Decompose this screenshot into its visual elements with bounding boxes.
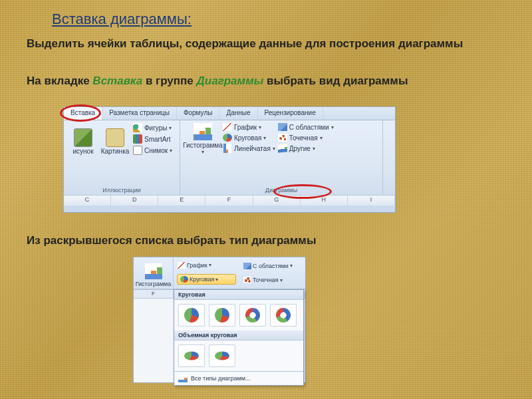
clipart-icon: [106, 128, 124, 147]
pie-option-3[interactable]: [239, 304, 266, 327]
smartart-button[interactable]: SmartArt: [133, 134, 172, 144]
tab-pagelayout[interactable]: Разметка страницы: [102, 107, 177, 120]
column-chart-button[interactable]: Гистограмма: [134, 257, 174, 289]
chevron-down-icon: ▾: [209, 262, 211, 268]
pie-exploded-icon: [215, 308, 229, 323]
pie-option-1[interactable]: [178, 304, 205, 327]
label: SmartArt: [144, 136, 170, 143]
chevron-down-icon: ▾: [320, 135, 323, 141]
group-label: Диаграммы: [186, 186, 377, 194]
pie3d-option-1[interactable]: [178, 344, 205, 367]
area-chart-button[interactable]: С областями▾: [278, 123, 334, 131]
chevron-down-icon: ▾: [169, 125, 172, 131]
col[interactable]: C: [64, 196, 111, 205]
scatter-chart-button[interactable]: Точечная▾: [278, 134, 334, 142]
pie-chart-icon: [180, 276, 188, 283]
shapes-button[interactable]: Фигуры▾: [133, 123, 172, 132]
col[interactable]: E: [158, 196, 205, 205]
ribbon-tabs: Вставка Разметка страницы Формулы Данные…: [64, 107, 395, 120]
hbar-chart-icon: [223, 144, 231, 153]
screenshot-icon: [133, 146, 142, 155]
label: График: [234, 124, 257, 131]
tab-insert[interactable]: Вставка: [64, 107, 102, 120]
line-chart-button[interactable]: График▾: [223, 123, 275, 131]
line-chart-button[interactable]: График▾: [175, 261, 238, 270]
group-label: Иллюстрации: [69, 186, 174, 194]
other-chart-icon: [278, 144, 287, 152]
pie3d-option-2[interactable]: [209, 344, 235, 367]
text: выбрать вид диаграммы: [263, 74, 408, 87]
label: Снимок: [144, 147, 168, 154]
area-chart-button[interactable]: С областями▾: [241, 261, 304, 271]
col[interactable]: F: [205, 196, 253, 205]
column-headers: C D E F G H I: [64, 195, 395, 205]
pie-option-2[interactable]: [209, 304, 235, 327]
label: Гистограмма: [183, 142, 223, 149]
chevron-down-icon: ▾: [290, 263, 293, 269]
text: На вкладке: [27, 74, 92, 87]
chevron-down-icon: ▾: [259, 124, 261, 130]
scatter-chart-icon: [243, 277, 251, 283]
bar-chart-icon: [194, 123, 212, 140]
picture-icon: [74, 128, 92, 147]
tab-label: Вставка: [70, 109, 95, 116]
page-title: Вставка диаграммы:: [52, 11, 192, 28]
other-charts-button[interactable]: Другие▾: [278, 144, 334, 152]
line-chart-icon: [178, 262, 186, 269]
chevron-down-icon: ▾: [215, 277, 218, 283]
col[interactable]: I: [348, 196, 395, 205]
charts-group: Гистограмма ▾ График▾ Круговая▾ Линейчат…: [180, 120, 383, 195]
illustrations-group: исунок Картинка Фигуры▾ SmartArt Снимок▾…: [64, 120, 180, 195]
line-chart-icon: [223, 123, 232, 131]
instruction-1: Выделить ячейки таблицы, содержащие данн…: [27, 37, 499, 51]
tab-formulas[interactable]: Формулы: [177, 107, 220, 120]
clipart-button[interactable]: Картинка: [101, 128, 129, 155]
area-chart-icon: [278, 123, 287, 131]
label: Круговая: [234, 134, 261, 142]
chevron-down-icon: ▾: [201, 149, 204, 155]
chevron-down-icon: ▾: [263, 135, 266, 141]
label: Линейчатая: [234, 145, 271, 152]
label: Картинка: [101, 148, 130, 155]
label: Круговая: [190, 276, 214, 283]
scatter-chart-button[interactable]: Точечная▾: [241, 275, 304, 285]
label: С областями: [253, 263, 289, 269]
col[interactable]: F: [134, 290, 174, 298]
col[interactable]: D: [111, 196, 158, 205]
pie-chart-button[interactable]: Круговая▾: [177, 274, 236, 285]
label: Гистограмма: [136, 281, 172, 287]
tab-data[interactable]: Данные: [219, 107, 257, 120]
pie-of-pie-icon: [245, 308, 260, 323]
label: Другие: [289, 145, 311, 152]
label: Точечная: [253, 277, 279, 283]
pie-3d-icon: [184, 351, 199, 360]
chevron-down-icon: ▾: [273, 146, 275, 152]
pie-3d-exploded-icon: [215, 351, 229, 360]
category-3d-pie: Объемная круговая: [174, 331, 303, 340]
col[interactable]: H: [301, 196, 348, 205]
emph-charts: Диаграммы: [197, 74, 264, 87]
tab-review[interactable]: Рецензирование: [258, 107, 323, 120]
label: Точечная: [289, 134, 318, 142]
col[interactable]: G: [253, 196, 301, 205]
all-charts-icon: [178, 374, 188, 382]
all-chart-types-button[interactable]: Все типы диаграмм...: [174, 371, 303, 385]
bar-of-pie-icon: [276, 308, 291, 323]
label: С областями: [289, 124, 329, 131]
chevron-down-icon: ▾: [313, 146, 315, 152]
pie-option-4[interactable]: [270, 304, 297, 327]
screenshot-button[interactable]: Снимок▾: [133, 146, 172, 155]
shapes-icon: [133, 123, 142, 132]
pie-chart-icon: [223, 134, 232, 142]
chevron-down-icon: ▾: [170, 148, 172, 154]
emph-insert: Вставка: [92, 74, 142, 87]
label: Фигуры: [144, 124, 167, 132]
chevron-down-icon: ▾: [331, 124, 334, 130]
column-chart-button[interactable]: Гистограмма ▾: [186, 123, 220, 155]
bar-chart-button[interactable]: Линейчатая▾: [223, 144, 275, 152]
label: исунок: [72, 148, 93, 155]
dropdown-screenshot: Гистограмма График▾ Круговая▾ С областям…: [133, 257, 306, 383]
pie-chart-button[interactable]: Круговая▾: [223, 134, 275, 142]
picture-button[interactable]: исунок: [69, 128, 97, 155]
label: Все типы диаграмм...: [191, 375, 250, 382]
